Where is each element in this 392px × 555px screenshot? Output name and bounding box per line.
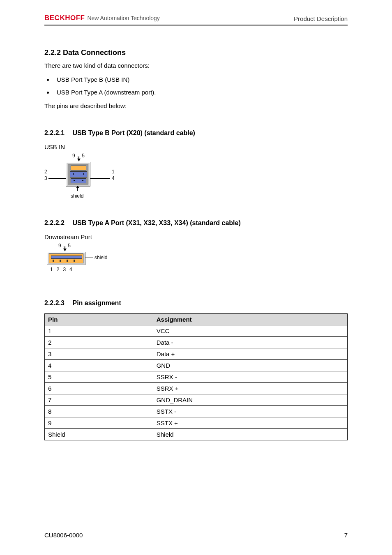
table-cell: 1	[45, 325, 153, 336]
table-cell: 5	[45, 371, 153, 382]
table-cell: GND	[153, 359, 347, 371]
table-row: 3Data +	[45, 348, 348, 359]
table-row: ShieldShield	[45, 428, 348, 440]
usb-type-a-diagram: 9 ... 5 shield 1 2 3 4	[44, 243, 127, 281]
table-cell: 7	[45, 394, 153, 405]
table-cell: GND_DRAIN	[153, 394, 347, 405]
table-cell: 6	[45, 382, 153, 394]
pin-label: 2	[57, 267, 60, 272]
port-label: Downstream Port	[44, 233, 348, 240]
connector-row	[71, 166, 86, 170]
section-outro: The pins are described below:	[44, 101, 348, 111]
page: BECKHOFF New Automation Technology Produ…	[0, 0, 392, 555]
header-section-title: Product Description	[294, 15, 348, 22]
connector-body	[49, 253, 83, 263]
table-header-cell: Pin	[45, 313, 153, 325]
table-cell: Data +	[153, 348, 347, 359]
pin-label: 3	[44, 175, 47, 181]
connector-shell	[47, 252, 85, 265]
arrow-up-icon	[76, 186, 79, 188]
subsection-heading: 2.2.2.3 Pin assignment	[44, 299, 348, 307]
table-row: 7GND_DRAIN	[45, 394, 348, 405]
arrow-down-icon	[77, 159, 81, 161]
table-row: 9SSTX +	[45, 417, 348, 428]
table-row: 4GND	[45, 359, 348, 371]
connector-row	[70, 171, 87, 177]
table-cell: SSRX +	[153, 382, 347, 394]
subsection-number: 2.2.2.2	[44, 219, 71, 227]
usb-type-b-diagram: 9 ... 5 2 3 1 4 s	[44, 153, 122, 200]
table-cell: VCC	[153, 325, 347, 336]
footer-doc-id: CU8006-0000	[44, 532, 83, 539]
table-cell: SSRX -	[153, 371, 347, 382]
table-row: 8SSTX -	[45, 405, 348, 417]
pin-label: 1	[112, 169, 115, 175]
brand-block: BECKHOFF New Automation Technology	[44, 14, 160, 22]
table-cell: 2	[45, 336, 153, 348]
table-cell: 8	[45, 405, 153, 417]
connector-shell	[66, 162, 90, 187]
shield-label: shield	[95, 255, 107, 260]
table-row: 5SSRX -	[45, 371, 348, 382]
section-heading: 2.2.2 Data Connections	[44, 48, 348, 57]
leader-line	[73, 265, 73, 267]
leader-line	[48, 178, 66, 179]
pin-label: 4	[69, 267, 72, 272]
pin-label-row: 1 2 3 4	[50, 267, 72, 272]
subsection-heading: 2.2.2.1 USB Type B Port (X20) (standard …	[44, 129, 348, 137]
table-cell: Shield	[153, 428, 347, 440]
leader-line	[90, 178, 110, 179]
pin-label: 2	[44, 169, 47, 175]
page-footer: CU8006-0000 7	[44, 532, 348, 539]
list-item: USB Port Type A (downstream port).	[53, 88, 348, 97]
footer-page-number: 7	[344, 532, 348, 539]
connector-body	[68, 164, 88, 184]
connector-row	[71, 178, 86, 183]
port-label: USB IN	[44, 143, 348, 150]
list-item: USB Port Type B (USB IN)	[53, 75, 348, 84]
brand-name: BECKHOFF	[44, 14, 85, 22]
pin-label: 3	[63, 267, 66, 272]
page-header: BECKHOFF New Automation Technology Produ…	[44, 14, 348, 23]
arrow-down-icon	[63, 249, 67, 251]
table-row: 1VCC	[45, 325, 348, 336]
table-header-row: Pin Assignment	[45, 313, 348, 325]
subsection-title: Pin assignment	[72, 299, 121, 306]
brand-tagline: New Automation Technology	[87, 15, 159, 21]
subsection-heading: 2.2.2.2 USB Type A Port (X31, X32, X33, …	[44, 219, 348, 227]
leader-line	[90, 172, 110, 172]
connector-list: USB Port Type B (USB IN) USB Port Type A…	[53, 75, 348, 97]
table-cell: 4	[45, 359, 153, 371]
table-cell: Data -	[153, 336, 347, 348]
table-cell: 3	[45, 348, 153, 359]
table-row: 6SSRX +	[45, 382, 348, 394]
leader-line	[85, 258, 93, 258]
table-cell: Shield	[45, 428, 153, 440]
table-cell: SSTX -	[153, 405, 347, 417]
connector-slot	[51, 256, 82, 259]
pin-label: 1	[50, 267, 53, 272]
shield-label: shield	[71, 193, 83, 199]
connector-contacts	[53, 260, 75, 262]
table-row: 2Data -	[45, 336, 348, 348]
pin-label: 4	[112, 175, 115, 181]
section-intro: There are two kind of data connectors:	[44, 61, 348, 70]
subsection-number: 2.2.2.3	[44, 299, 71, 307]
table-cell: SSTX +	[153, 417, 347, 428]
subsection-title: USB Type B Port (X20) (standard cable)	[72, 129, 195, 136]
pin-assignment-table: Pin Assignment 1VCC2Data -3Data +4GND5SS…	[44, 313, 348, 440]
header-rule	[44, 25, 348, 25]
subsection-number: 2.2.2.1	[44, 129, 71, 137]
subsection-title: USB Type A Port (X31, X32, X33, X34) (st…	[72, 219, 240, 226]
table-cell: 9	[45, 417, 153, 428]
table-header-cell: Assignment	[153, 313, 347, 325]
leader-line	[48, 172, 66, 172]
